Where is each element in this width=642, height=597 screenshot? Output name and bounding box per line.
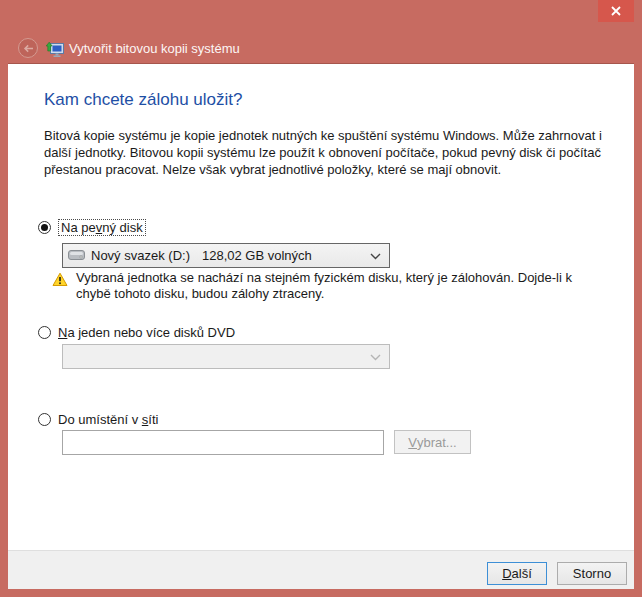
- chevron-down-icon: [370, 248, 381, 263]
- footer-bar: Další Storno: [8, 550, 634, 589]
- network-path-input[interactable]: [62, 430, 384, 455]
- dropdown-free-space: 128,02 GB volných: [202, 248, 312, 263]
- radio-button-hard-disk[interactable]: [38, 221, 51, 234]
- close-icon: [611, 4, 621, 19]
- titlebar: Vytvořit bitovou kopii systému: [0, 0, 642, 63]
- window-title: Vytvořit bitovou kopii systému: [69, 41, 240, 56]
- page-title: Kam chcete zálohu uložit?: [44, 90, 242, 110]
- cancel-button[interactable]: Storno: [557, 562, 627, 585]
- wizard-content: Kam chcete zálohu uložit? Bitová kopie s…: [8, 63, 634, 550]
- warning-text: Vybraná jednotka se nachází na stejném f…: [76, 270, 608, 302]
- back-button: [18, 38, 38, 58]
- hard-disk-icon: [68, 248, 85, 263]
- hard-disk-dropdown[interactable]: Nový svazek (D:) 128,02 GB volných: [62, 243, 390, 268]
- system-image-icon: [46, 41, 64, 58]
- description-text: Bitová kopie systému je kopie jednotek n…: [44, 127, 622, 178]
- chevron-down-icon: [370, 349, 381, 364]
- radio-button-network[interactable]: [38, 413, 51, 426]
- radio-label-network[interactable]: Do umístění v síti: [58, 412, 158, 427]
- radio-label-hard-disk[interactable]: Na pevný disk: [58, 219, 146, 236]
- dropdown-selected-volume: Nový svazek (D:): [91, 248, 190, 263]
- warning-icon: [52, 272, 68, 287]
- radio-label-dvd[interactable]: Na jeden nebo více disků DVD: [58, 325, 235, 340]
- warning-message: Vybraná jednotka se nachází na stejném f…: [52, 270, 608, 302]
- system-image-wizard-window: Vytvořit bitovou kopii systému Kam chcet…: [0, 0, 642, 597]
- radio-option-hard-disk[interactable]: Na pevný disk: [38, 219, 146, 236]
- close-button[interactable]: [598, 0, 634, 22]
- radio-button-dvd[interactable]: [38, 326, 51, 339]
- back-icon: [23, 41, 34, 56]
- next-button[interactable]: Další: [487, 562, 547, 585]
- radio-option-dvd[interactable]: Na jeden nebo více disků DVD: [38, 325, 235, 340]
- browse-button: Vybrat...: [394, 430, 471, 454]
- radio-option-network[interactable]: Do umístění v síti: [38, 412, 158, 427]
- dvd-dropdown: [62, 344, 390, 369]
